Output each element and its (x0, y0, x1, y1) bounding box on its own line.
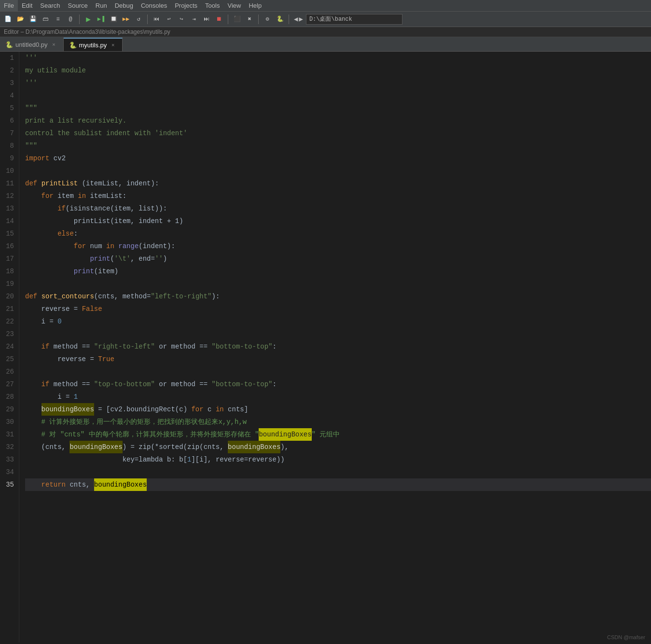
code-line-18[interactable]: print(item) (25, 265, 651, 278)
code-content[interactable]: '''my utils module''' """print a list re… (19, 52, 651, 643)
code-line-27[interactable]: if method == "top-to-bottom" or method =… (25, 378, 651, 391)
code-line-17[interactable]: print('\t', end='') (25, 252, 651, 265)
code-line-19[interactable] (25, 278, 651, 290)
code-line-31[interactable]: # 对 "cnts" 中的每个轮廓，计算其外接矩形，并将外接矩形存储在 "bou… (25, 428, 651, 441)
nav-arrows: ◀ ▶ (292, 15, 305, 23)
menu-view[interactable]: View (223, 0, 245, 11)
line-num-23: 23 (4, 328, 14, 340)
code-line-7[interactable]: control the sublist indent with 'indent' (25, 127, 651, 140)
code-line-12[interactable]: for item in itemList: (25, 190, 651, 202)
code-line-23[interactable] (25, 328, 651, 340)
line-num-26: 26 (4, 365, 14, 378)
menu-source[interactable]: Source (64, 0, 92, 11)
nav-forward[interactable]: ▶ (299, 15, 303, 23)
settings-btn[interactable]: ⚙ (262, 14, 273, 25)
line-num-24: 24 (4, 340, 14, 353)
menubar: File Edit Search Source Run Debug Consol… (0, 0, 651, 12)
tab-untitled0[interactable]: 🐍 untitled0.py × (0, 38, 64, 51)
tab-myutils-label: myutils.py (79, 42, 107, 49)
line-num-25: 25 (4, 353, 14, 365)
code-line-26[interactable] (25, 365, 651, 378)
line-num-4: 4 (4, 89, 14, 102)
save-btn[interactable]: 💾 (27, 14, 39, 25)
line-numbers: 1234567891011121314151617181920212223242… (0, 52, 19, 643)
step-in-btn[interactable]: ↩ (163, 14, 175, 25)
tab-myutils[interactable]: 🐍 myutils.py × (64, 38, 123, 51)
line-num-32: 32 (4, 441, 14, 453)
step-out-btn[interactable]: ⇥ (188, 14, 200, 25)
code-line-6[interactable]: print a list recursively. (25, 114, 651, 127)
line-num-11: 11 (4, 177, 14, 190)
code-line-25[interactable]: reverse = True (25, 353, 651, 365)
debug-btn[interactable]: 🔲 (108, 14, 119, 25)
list-btn[interactable]: ≡ (52, 14, 64, 25)
menu-search[interactable]: Search (36, 0, 64, 11)
line-num-10: 10 (4, 165, 14, 177)
line-num-30: 30 (4, 416, 14, 428)
code-line-10[interactable] (25, 165, 651, 177)
tab-untitled0-close[interactable]: × (51, 41, 57, 48)
menu-run[interactable]: Run (92, 0, 111, 11)
open-btn[interactable]: 📂 (14, 14, 26, 25)
code-line-9[interactable]: import cv2 (25, 152, 651, 165)
close-panel-btn[interactable]: ✖ (244, 14, 255, 25)
code-line-2[interactable]: my utils module (25, 64, 651, 77)
code-line-3[interactable]: ''' (25, 77, 651, 89)
tab-myutils-close[interactable]: × (110, 42, 116, 48)
run-file-btn[interactable]: ▶▐ (95, 14, 107, 25)
maximize-btn[interactable]: ⬛ (231, 14, 243, 25)
code-line-14[interactable]: printList(item, indent + 1) (25, 215, 651, 227)
tabs-bar: 🐍 untitled0.py × 🐍 myutils.py × (0, 37, 651, 52)
code-line-34[interactable] (25, 466, 651, 478)
debug-step-btn[interactable]: ▶▶ (120, 14, 132, 25)
watermark: CSDN @mafser (607, 634, 645, 640)
code-line-29[interactable]: boundingBoxes = [cv2.boundingRect(c) for… (25, 403, 651, 416)
code-line-13[interactable]: if(isinstance(item, list)): (25, 202, 651, 215)
code-line-21[interactable]: reverse = False (25, 303, 651, 315)
code-line-20[interactable]: def sort_contours(cnts, method="left-to-… (25, 290, 651, 303)
code-line-33[interactable]: key=lambda b: b[1][i], reverse=reverse)) (25, 453, 651, 466)
step-over-btn[interactable]: ↪ (176, 14, 187, 25)
sep1 (79, 14, 80, 24)
line-num-1: 1 (4, 52, 14, 64)
menu-projects[interactable]: Projects (171, 0, 201, 11)
menu-edit[interactable]: Edit (18, 0, 36, 11)
restart-btn[interactable]: ↺ (133, 14, 144, 25)
line-num-18: 18 (4, 265, 14, 278)
new-file-btn[interactable]: 📄 (2, 14, 14, 25)
menu-file[interactable]: File (0, 0, 18, 11)
code-line-30[interactable]: # 计算外接矩形，用一个最小的矩形，把找到的形状包起来x,y,h,w (25, 416, 651, 428)
code-line-8[interactable]: """ (25, 140, 651, 152)
at-btn[interactable]: @ (65, 14, 76, 25)
line-num-28: 28 (4, 391, 14, 403)
save-all-btn[interactable]: 🗃 (40, 14, 51, 25)
step-forward-btn[interactable]: ⏭ (201, 14, 212, 25)
line-num-16: 16 (4, 240, 14, 252)
code-line-32[interactable]: (cnts, boundingBoxes) = zip(*sorted(zip(… (25, 441, 651, 453)
menu-help[interactable]: Help (245, 0, 265, 11)
code-line-24[interactable]: if method == "right-to-left" or method =… (25, 340, 651, 353)
menu-tools[interactable]: Tools (201, 0, 223, 11)
stop-btn[interactable]: ⏹ (213, 14, 225, 25)
line-num-9: 9 (4, 152, 14, 165)
path-bar[interactable]: D:\桌面\banck (306, 14, 402, 25)
sep4 (258, 14, 259, 24)
menu-debug[interactable]: Debug (111, 0, 137, 11)
code-line-28[interactable]: i = 1 (25, 391, 651, 403)
code-line-16[interactable]: for num in range(indent): (25, 240, 651, 252)
code-line-5[interactable]: """ (25, 102, 651, 114)
run-btn[interactable]: ▶ (83, 14, 94, 25)
python-btn[interactable]: 🐍 (274, 14, 286, 25)
code-line-1[interactable]: ''' (25, 52, 651, 64)
code-line-11[interactable]: def printList (itemList, indent): (25, 177, 651, 190)
line-num-27: 27 (4, 378, 14, 391)
line-num-3: 3 (4, 77, 14, 89)
code-line-35[interactable]: return cnts, boundingBoxes (25, 478, 651, 491)
step-back-btn[interactable]: ⏮ (151, 14, 162, 25)
code-line-4[interactable] (25, 89, 651, 102)
nav-back[interactable]: ◀ (294, 15, 298, 23)
code-line-22[interactable]: i = 0 (25, 315, 651, 328)
code-line-15[interactable]: else: (25, 227, 651, 240)
line-num-15: 15 (4, 227, 14, 240)
menu-consoles[interactable]: Consoles (137, 0, 171, 11)
